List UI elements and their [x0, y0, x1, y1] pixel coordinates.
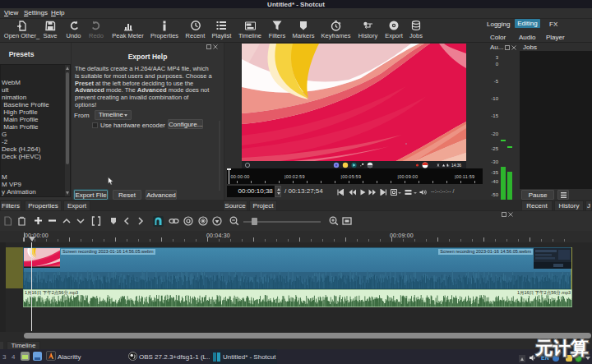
svg-text:14:36: 14:36: [451, 164, 461, 168]
